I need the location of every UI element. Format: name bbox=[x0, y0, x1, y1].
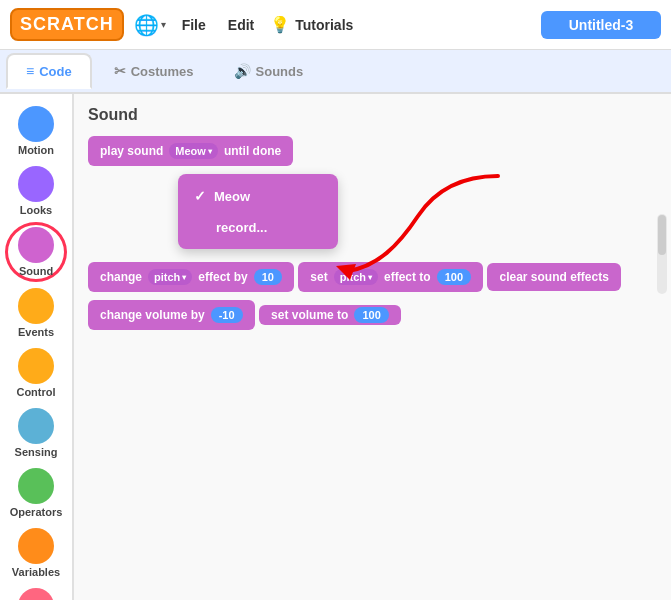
blocks-wrapper: play sound Meow ▾ until done ✓ Meow bbox=[88, 136, 657, 338]
sound-dropdown[interactable]: Meow ▾ bbox=[169, 143, 218, 159]
set-pitch-block[interactable]: set pitch ▾ effect to 100 bbox=[298, 262, 483, 292]
tutorials-button[interactable]: 💡 Tutorials bbox=[270, 15, 353, 34]
control-label: Control bbox=[16, 386, 55, 398]
set-pitch-dropdown[interactable]: pitch ▾ bbox=[334, 269, 378, 285]
costumes-tab-label: Costumes bbox=[131, 64, 194, 79]
sidebar: Motion Looks Sound Events Control Sensin… bbox=[0, 94, 74, 600]
file-menu[interactable]: File bbox=[176, 13, 212, 37]
sensing-label: Sensing bbox=[15, 446, 58, 458]
pitch-dropdown-value: pitch bbox=[154, 271, 180, 283]
scrollbar-thumb[interactable] bbox=[658, 215, 666, 255]
effect-by-text: effect by bbox=[198, 270, 247, 284]
looks-circle bbox=[18, 166, 54, 202]
sidebar-item-sound[interactable]: Sound bbox=[5, 222, 67, 282]
change-volume-block[interactable]: change volume by -10 bbox=[88, 300, 255, 330]
tab-code[interactable]: ≡ Code bbox=[6, 53, 92, 89]
operators-label: Operators bbox=[10, 506, 63, 518]
tab-sounds[interactable]: 🔊 Sounds bbox=[216, 55, 322, 87]
tabs-bar: ≡ Code ✂ Costumes 🔊 Sounds bbox=[0, 50, 671, 94]
sound-dropdown-arrow-icon: ▾ bbox=[208, 147, 212, 156]
sound-dropdown-value: Meow bbox=[175, 145, 206, 157]
dropdown-spacer bbox=[88, 182, 657, 262]
sound-circle bbox=[18, 227, 54, 263]
sidebar-item-motion[interactable]: Motion bbox=[2, 102, 70, 160]
change-volume-text: change volume by bbox=[100, 308, 205, 322]
events-circle bbox=[18, 288, 54, 324]
scrollbar-track[interactable] bbox=[657, 214, 667, 294]
tutorials-label: Tutorials bbox=[295, 17, 353, 33]
sounds-tab-label: Sounds bbox=[256, 64, 304, 79]
tab-costumes[interactable]: ✂ Costumes bbox=[96, 55, 212, 87]
set-pitch-dropdown-arrow-icon: ▾ bbox=[368, 273, 372, 282]
pitch-dropdown-arrow-icon: ▾ bbox=[182, 273, 186, 282]
variables-label: Variables bbox=[12, 566, 60, 578]
record-label: record... bbox=[216, 220, 267, 235]
sidebar-item-control[interactable]: Control bbox=[2, 344, 70, 402]
clear-sound-effects-block[interactable]: clear sound effects bbox=[487, 263, 620, 291]
sound-label: Sound bbox=[19, 265, 53, 277]
set-volume-text: set volume to bbox=[271, 308, 348, 322]
scratch-logo[interactable]: SCRATCH bbox=[10, 8, 124, 41]
sidebar-item-sensing[interactable]: Sensing bbox=[2, 404, 70, 462]
set-volume-block[interactable]: set volume to 100 bbox=[259, 305, 401, 325]
top-nav: SCRATCH 🌐 ▾ File Edit 💡 Tutorials Untitl… bbox=[0, 0, 671, 50]
meow-check-icon: ✓ bbox=[194, 188, 206, 204]
pitch-dropdown[interactable]: pitch ▾ bbox=[148, 269, 192, 285]
dropdown-item-record[interactable]: record... bbox=[178, 212, 338, 243]
play-sound-text-after: until done bbox=[224, 144, 281, 158]
sound-dropdown-menu: ✓ Meow record... bbox=[178, 174, 338, 249]
change-text: change bbox=[100, 270, 142, 284]
clear-sound-effects-text: clear sound effects bbox=[499, 270, 608, 284]
change-volume-value[interactable]: -10 bbox=[211, 307, 243, 323]
play-sound-text-before: play sound bbox=[100, 144, 163, 158]
code-tab-icon: ≡ bbox=[26, 63, 34, 79]
sidebar-item-variables[interactable]: Variables bbox=[2, 524, 70, 582]
myblocks-circle bbox=[18, 588, 54, 600]
edit-menu[interactable]: Edit bbox=[222, 13, 260, 37]
meow-label: Meow bbox=[214, 189, 250, 204]
play-sound-container: play sound Meow ▾ until done ✓ Meow bbox=[88, 136, 657, 174]
main-content: Motion Looks Sound Events Control Sensin… bbox=[0, 94, 671, 600]
section-title: Sound bbox=[88, 106, 657, 124]
sidebar-item-looks[interactable]: Looks bbox=[2, 162, 70, 220]
looks-label: Looks bbox=[20, 204, 52, 216]
set-text: set bbox=[310, 270, 327, 284]
blocks-area: Sound play sound Meow ▾ until done ✓ Meo… bbox=[74, 94, 671, 600]
globe-button[interactable]: 🌐 ▾ bbox=[134, 13, 166, 37]
costumes-tab-icon: ✂ bbox=[114, 63, 126, 79]
sidebar-item-operators[interactable]: Operators bbox=[2, 464, 70, 522]
set-pitch-value[interactable]: 100 bbox=[437, 269, 471, 285]
control-circle bbox=[18, 348, 54, 384]
motion-label: Motion bbox=[18, 144, 54, 156]
change-pitch-block[interactable]: change pitch ▾ effect by 10 bbox=[88, 262, 294, 292]
sounds-tab-icon: 🔊 bbox=[234, 63, 251, 79]
effect-to-text: effect to bbox=[384, 270, 431, 284]
operators-circle bbox=[18, 468, 54, 504]
sensing-circle bbox=[18, 408, 54, 444]
globe-chevron-icon: ▾ bbox=[161, 19, 166, 30]
play-sound-block[interactable]: play sound Meow ▾ until done bbox=[88, 136, 293, 166]
sidebar-item-events[interactable]: Events bbox=[2, 284, 70, 342]
project-title-input[interactable]: Untitled-3 bbox=[541, 11, 661, 39]
code-tab-label: Code bbox=[39, 64, 72, 79]
set-pitch-dropdown-value: pitch bbox=[340, 271, 366, 283]
sidebar-item-myblocks[interactable]: My Blocks bbox=[2, 584, 70, 600]
set-volume-value[interactable]: 100 bbox=[354, 307, 388, 323]
globe-icon: 🌐 bbox=[134, 13, 159, 37]
events-label: Events bbox=[18, 326, 54, 338]
motion-circle bbox=[18, 106, 54, 142]
change-pitch-value[interactable]: 10 bbox=[254, 269, 282, 285]
bulb-icon: 💡 bbox=[270, 15, 290, 34]
variables-circle bbox=[18, 528, 54, 564]
dropdown-item-meow[interactable]: ✓ Meow bbox=[178, 180, 338, 212]
